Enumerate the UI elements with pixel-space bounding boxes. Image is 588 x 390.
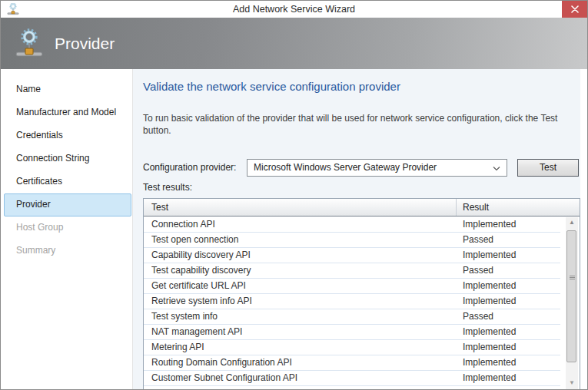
table-row[interactable]: Test capability discovery Passed [144,263,560,279]
close-button[interactable] [562,1,587,18]
cell-test: Capability discovery API [144,248,457,263]
configuration-provider-value: Microsoft Windows Server Gateway Provide… [254,162,437,173]
configuration-provider-dropdown[interactable]: Microsoft Windows Server Gateway Provide… [247,159,507,177]
close-icon [571,5,579,13]
test-results-table: Test Result Connection API Implemented T… [143,198,580,389]
cell-result: Implemented [457,325,560,339]
wizard-content-pane: Validate the network service configurati… [133,69,580,389]
cell-result: Passed [457,263,560,278]
window-title: Add Network Service Wizard [1,1,587,18]
cell-result: Passed [457,309,560,324]
wizard-page-banner: Provider [1,18,587,69]
content-description: To run basic validation of the provider … [143,112,578,137]
cell-result: Implemented [457,355,560,370]
table-row[interactable]: Retrieve system info API Implemented [144,294,560,309]
cell-result: Implemented [457,340,560,355]
column-header-result[interactable]: Result [457,199,580,216]
sidebar-item-connection-string[interactable]: Connection String [1,147,132,170]
sidebar-item-host-group: Host Group [1,216,132,240]
cell-test: Connection API [144,217,457,232]
table-row[interactable]: Test system info Passed [144,309,560,325]
cell-test: Test system info [144,309,457,324]
content-heading: Validate the network service configurati… [143,80,400,93]
table-row[interactable]: Metering API Implemented [144,340,560,355]
scroll-up-arrow-icon[interactable]: ▲ [566,219,578,226]
column-header-test[interactable]: Test [144,199,457,216]
cell-test: Hyper-V Network Virtualization policy up… [144,386,457,389]
cell-test: NAT management API [144,325,457,339]
wizard-steps-sidebar: Name Manufacturer and Model Credentials … [1,69,133,389]
test-results-label: Test results: [143,182,192,193]
table-header-row: Test Result [144,199,580,216]
scroll-down-arrow-icon[interactable]: ▼ [566,379,578,387]
sidebar-item-provider[interactable]: Provider [4,193,131,216]
chevron-down-icon [493,166,500,171]
sidebar-item-name[interactable]: Name [1,78,132,101]
cell-result: Implemented [457,217,560,232]
table-row[interactable]: Routing Domain Configuration API Impleme… [144,355,560,371]
table-row[interactable]: Customer Subnet Configuration API Implem… [144,371,560,386]
cell-test: Retrieve system info API [144,294,457,309]
table-row[interactable]: Hyper-V Network Virtualization policy up… [144,386,560,389]
table-row[interactable]: Get certificate URL API Implemented [144,279,560,294]
cell-test: Test open connection [144,233,457,247]
cell-result: Implemented [457,279,560,293]
table-vertical-scrollbar[interactable]: ▲ ▼ [566,217,578,389]
sidebar-item-manufacturer-and-model[interactable]: Manufacturer and Model [1,101,132,124]
scrollbar-thumb[interactable] [566,230,576,362]
cell-result: Implemented [457,371,560,385]
sidebar-item-credentials[interactable]: Credentials [1,124,132,147]
test-button[interactable]: Test [517,159,579,177]
configuration-provider-label: Configuration provider: [143,159,236,177]
table-row[interactable]: Capability discovery API Implemented [144,248,560,263]
cell-test: Customer Subnet Configuration API [144,371,457,385]
sidebar-item-certificates[interactable]: Certificates [1,170,132,193]
add-network-service-wizard-window: Add Network Service Wizard Provider Name… [0,0,588,390]
title-bar: Add Network Service Wizard [1,1,587,18]
cell-test: Routing Domain Configuration API [144,355,457,370]
page-title: Provider [55,35,115,53]
cell-result: Passed [457,233,560,247]
table-row[interactable]: Connection API Implemented [144,217,560,233]
cell-test: Test capability discovery [144,263,457,278]
table-row[interactable]: NAT management API Implemented [144,325,560,340]
scrollbar-grip-icon [570,276,575,280]
cell-test: Get certificate URL API [144,279,457,293]
cell-test: Metering API [144,340,457,355]
cell-result: Implemented [457,248,560,263]
table-body: Connection API Implemented Test open con… [144,217,560,389]
cell-result: Implemented [457,386,560,389]
cell-result: Implemented [457,294,560,309]
table-row[interactable]: Test open connection Passed [144,233,560,248]
sidebar-item-summary: Summary [1,240,132,263]
network-service-icon [15,28,44,60]
